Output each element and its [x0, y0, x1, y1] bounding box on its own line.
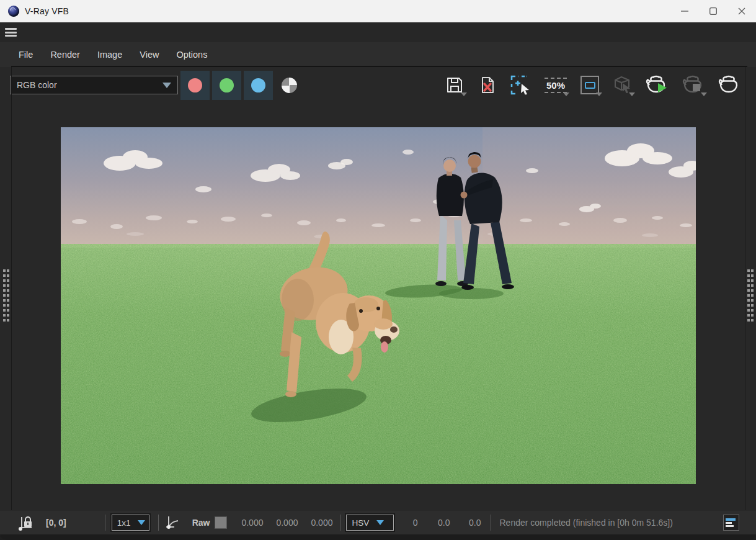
raw-r-value: 0.000	[236, 518, 263, 528]
zoom-level-button[interactable]: 50%	[545, 71, 567, 99]
start-render-button[interactable]	[646, 71, 669, 99]
pixel-coords: [0, 0]	[46, 518, 66, 528]
zoom-level-icon: 50%	[545, 78, 567, 93]
maximize-icon	[709, 7, 717, 15]
chevron-down-icon	[138, 520, 145, 525]
menu-file[interactable]: File	[19, 50, 33, 60]
hsv-h-value: 0	[405, 518, 417, 528]
render-image	[61, 127, 696, 484]
tone-curve-icon	[165, 515, 181, 531]
render-viewport[interactable]	[0, 103, 756, 511]
close-button[interactable]	[727, 0, 756, 22]
chevron-down-icon	[701, 92, 707, 96]
chevron-down-icon	[461, 92, 467, 96]
window-title: V-Ray VFB	[25, 6, 69, 16]
hamburger-menu-icon	[5, 28, 17, 30]
pixel-probe-lock-icon	[17, 515, 33, 531]
menu-options[interactable]: Options	[176, 50, 207, 60]
statusbar: [0, 0] 1x1 Raw 0.000 0.000 0.000 HSV 0 0…	[0, 511, 756, 534]
zoom-scale-value: 1x1	[117, 518, 131, 528]
minimize-button[interactable]	[670, 0, 699, 22]
log-panel-icon	[726, 518, 736, 521]
start-render-icon	[646, 75, 669, 95]
chevron-down-icon	[596, 92, 602, 96]
log-panel-button[interactable]	[723, 515, 739, 531]
color-mode-dropdown[interactable]: HSV	[346, 515, 394, 531]
hsv-v-value: 0.0	[463, 518, 481, 528]
left-drag-handle[interactable]	[3, 269, 9, 323]
chevron-down-icon	[629, 92, 635, 96]
channel-select-dropdown[interactable]: RGB color	[10, 76, 178, 94]
zoom-scale-dropdown[interactable]: 1x1	[112, 515, 149, 531]
right-panel-divider	[745, 67, 745, 510]
chevron-down-icon	[563, 92, 569, 96]
window-bottom-edge	[0, 534, 756, 540]
save-image-icon	[445, 76, 464, 94]
isolate-select-button[interactable]	[613, 71, 633, 99]
menubar: File Render Image View Options	[0, 42, 756, 67]
left-panel-divider	[11, 67, 12, 510]
toolbar-right-group: 50%	[445, 71, 740, 99]
cinema4d-logo-icon	[8, 6, 19, 17]
raw-g-value: 0.000	[270, 518, 298, 528]
pixel-color-swatch	[215, 516, 227, 529]
raw-b-value: 0.000	[305, 518, 332, 528]
render-last-button[interactable]	[718, 71, 740, 99]
stop-render-button[interactable]	[682, 71, 705, 99]
render-status-message: Render completed (finished in [0h 0m 51.…	[499, 518, 672, 528]
chevron-down-icon	[162, 83, 171, 88]
region-render-icon	[510, 75, 531, 95]
alpha-channel-icon	[282, 78, 297, 93]
red-channel-icon	[188, 78, 202, 92]
raw-label: Raw	[192, 518, 210, 528]
menu-image[interactable]: Image	[97, 50, 122, 60]
render-frame	[61, 127, 696, 484]
vray-vfb-window: V-Ray VFB File Render Image View Options	[0, 0, 756, 540]
toolbar: RGB color	[0, 67, 756, 103]
chevron-down-icon	[376, 520, 384, 525]
save-image-button[interactable]	[445, 71, 465, 99]
maximize-button[interactable]	[699, 0, 727, 22]
color-mode-value: HSV	[352, 518, 369, 528]
render-last-icon	[718, 75, 740, 95]
blue-channel-icon	[251, 78, 265, 92]
right-drag-handle[interactable]	[747, 269, 754, 323]
menu-render[interactable]: Render	[50, 50, 80, 60]
alpha-channel-button[interactable]	[277, 71, 301, 100]
green-channel-icon	[220, 78, 234, 92]
hamburger-row	[0, 22, 756, 42]
window-controls	[670, 0, 756, 22]
menu-view[interactable]: View	[140, 50, 159, 60]
blue-channel-button[interactable]	[244, 71, 273, 100]
fit-to-window-icon	[580, 76, 599, 94]
fit-to-window-button[interactable]	[580, 71, 600, 99]
minimize-icon	[681, 7, 688, 15]
channel-select-value: RGB color	[17, 80, 57, 90]
region-render-button[interactable]	[510, 71, 531, 99]
red-channel-button[interactable]	[180, 71, 210, 100]
isolate-select-icon	[613, 76, 633, 94]
hsv-s-value: 0.0	[432, 518, 450, 528]
close-icon	[738, 7, 745, 15]
hamburger-menu-button[interactable]	[5, 28, 17, 37]
titlebar: V-Ray VFB	[0, 0, 756, 22]
clear-image-button[interactable]	[478, 71, 497, 99]
clear-image-icon	[478, 76, 497, 94]
green-channel-button[interactable]	[212, 71, 241, 100]
